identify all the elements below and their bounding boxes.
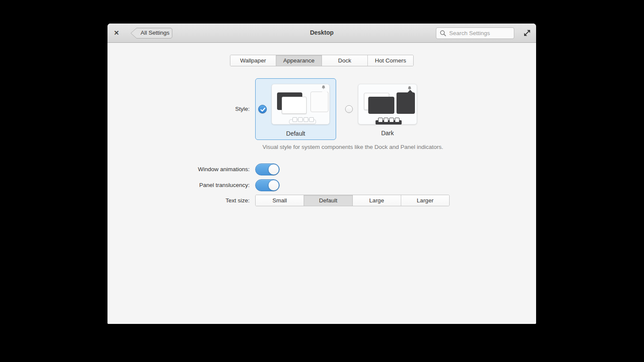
style-description: Visual style for system components like … [255,144,450,150]
text-size-large[interactable]: Large [352,195,401,206]
toggle-knob [268,180,279,191]
text-size-label: Text size: [155,197,250,204]
window-animations-toggle[interactable] [255,163,280,175]
tab-hot-corners[interactable]: Hot Corners [367,55,413,66]
search-icon [440,30,446,36]
category-tabbar: Wallpaper Appearance Dock Hot Corners [230,55,414,66]
desktop-background: ✕ All Settings Desktop [0,0,644,362]
panel-translucency-toggle[interactable] [255,179,280,191]
style-option-default[interactable]: Default [255,78,336,140]
text-size-larger[interactable]: Larger [401,195,449,206]
tab-appearance[interactable]: Appearance [276,55,322,66]
style-label: Style: [190,106,250,112]
preview-popover-light [310,92,328,112]
dock-item [378,118,383,122]
tab-dock[interactable]: Dock [322,55,367,66]
maximize-icon[interactable] [522,28,532,38]
style-preview-dark[interactable] [358,84,417,125]
dock-item [395,118,400,122]
dock-item [298,117,303,122]
dock-item [292,117,297,122]
radio-default-checked[interactable] [258,105,267,113]
check-icon [259,105,267,114]
bell-icon [322,85,325,89]
dock-item [389,118,394,122]
style-option-default-label: Default [256,130,336,137]
panel-translucency-label: Panel translucency: [155,182,250,188]
dock-item [304,117,308,122]
preview-popover-dark [397,92,415,114]
settings-window: ✕ All Settings Desktop [107,24,536,324]
window-animations-label: Window animations: [155,166,250,172]
preview-window-front-light [282,97,307,114]
tab-wallpaper[interactable]: Wallpaper [230,55,276,66]
preview-window-front-dark [368,97,394,114]
style-preview-default [271,84,330,125]
radio-dark-unchecked[interactable] [345,105,353,113]
text-size-default[interactable]: Default [304,195,352,206]
dock-item [384,118,388,122]
text-size-small[interactable]: Small [256,195,304,206]
preview-dock-dark [376,120,402,125]
search-input[interactable] [449,30,510,36]
text-size-segmented-control: Small Default Large Larger [255,195,450,206]
preview-dock-light [289,119,316,124]
titlebar[interactable]: ✕ All Settings Desktop [107,24,536,43]
style-option-dark-label: Dark [358,130,417,136]
toggle-knob [268,164,279,175]
dock-item [309,117,314,122]
search-input-wrapper[interactable] [436,27,514,39]
